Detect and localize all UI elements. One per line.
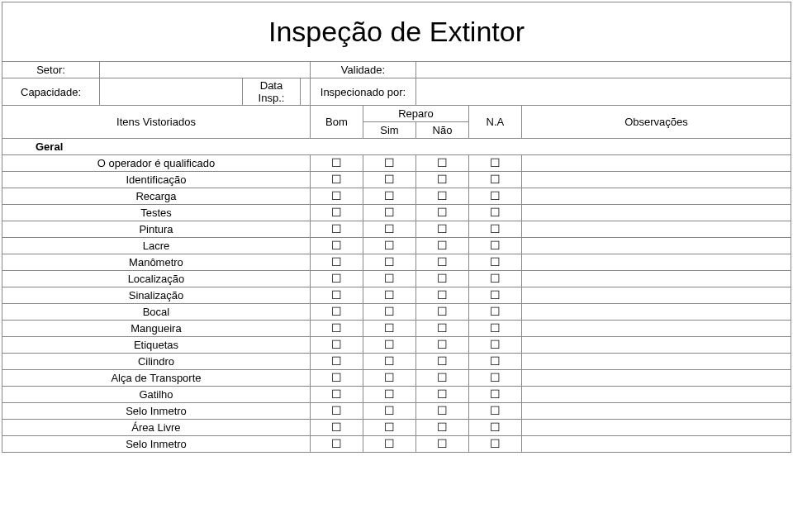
item-obs[interactable]	[521, 221, 791, 238]
checkbox-nao[interactable]: ☐	[415, 254, 468, 271]
checkbox-na[interactable]: ☐	[468, 370, 521, 387]
checkbox-bom[interactable]: ☐	[310, 304, 363, 321]
checkbox-bom[interactable]: ☐	[310, 155, 363, 172]
checkbox-sim[interactable]: ☐	[363, 387, 415, 403]
checkbox-bom[interactable]: ☐	[310, 321, 363, 337]
item-obs[interactable]	[521, 155, 791, 172]
checkbox-sim[interactable]: ☐	[363, 271, 415, 287]
checkbox-bom[interactable]: ☐	[310, 188, 363, 205]
checkbox-bom[interactable]: ☐	[310, 271, 363, 287]
inspecionado-por-value[interactable]	[415, 78, 791, 106]
checkbox-icon: ☐	[384, 420, 395, 434]
checkbox-bom[interactable]: ☐	[310, 221, 363, 238]
checkbox-icon: ☐	[384, 272, 395, 285]
checkbox-na[interactable]: ☐	[468, 387, 521, 403]
checkbox-sim[interactable]: ☐	[363, 304, 415, 321]
checkbox-sim[interactable]: ☐	[363, 420, 415, 436]
checkbox-nao[interactable]: ☐	[415, 304, 468, 321]
checkbox-sim[interactable]: ☐	[363, 205, 415, 221]
checkbox-bom[interactable]: ☐	[310, 337, 363, 354]
checkbox-na[interactable]: ☐	[468, 205, 521, 221]
checkbox-bom[interactable]: ☐	[310, 354, 363, 370]
checkbox-na[interactable]: ☐	[468, 238, 521, 254]
checkbox-sim[interactable]: ☐	[363, 337, 415, 354]
checkbox-na[interactable]: ☐	[468, 254, 521, 271]
checkbox-nao[interactable]: ☐	[415, 221, 468, 238]
column-header-row-1: Itens Vistoriados Bom Reparo N.A Observa…	[2, 106, 791, 122]
checkbox-nao[interactable]: ☐	[415, 354, 468, 370]
checkbox-nao[interactable]: ☐	[415, 337, 468, 354]
item-obs[interactable]	[521, 337, 791, 354]
item-obs[interactable]	[521, 238, 791, 254]
checkbox-na[interactable]: ☐	[468, 337, 521, 354]
item-obs[interactable]	[521, 420, 791, 436]
checkbox-sim[interactable]: ☐	[363, 354, 415, 370]
checkbox-icon: ☐	[490, 272, 501, 285]
validade-value[interactable]	[415, 62, 791, 78]
item-obs[interactable]	[521, 403, 791, 420]
checkbox-nao[interactable]: ☐	[415, 271, 468, 287]
checkbox-nao[interactable]: ☐	[415, 321, 468, 337]
checkbox-nao[interactable]: ☐	[415, 172, 468, 188]
item-obs[interactable]	[521, 287, 791, 304]
item-obs[interactable]	[521, 354, 791, 370]
checkbox-na[interactable]: ☐	[468, 321, 521, 337]
checkbox-na[interactable]: ☐	[468, 403, 521, 420]
checkbox-bom[interactable]: ☐	[310, 287, 363, 304]
checkbox-na[interactable]: ☐	[468, 287, 521, 304]
item-obs[interactable]	[521, 387, 791, 403]
checkbox-sim[interactable]: ☐	[363, 221, 415, 238]
checkbox-sim[interactable]: ☐	[363, 287, 415, 304]
setor-value[interactable]	[100, 62, 311, 78]
checkbox-bom[interactable]: ☐	[310, 254, 363, 271]
checkbox-nao[interactable]: ☐	[415, 387, 468, 403]
checkbox-bom[interactable]: ☐	[310, 238, 363, 254]
checkbox-na[interactable]: ☐	[468, 420, 521, 436]
checkbox-nao[interactable]: ☐	[415, 188, 468, 205]
checkbox-bom[interactable]: ☐	[310, 403, 363, 420]
checkbox-bom[interactable]: ☐	[310, 370, 363, 387]
item-obs[interactable]	[521, 321, 791, 337]
item-obs[interactable]	[521, 304, 791, 321]
checkbox-nao[interactable]: ☐	[415, 370, 468, 387]
checkbox-sim[interactable]: ☐	[363, 172, 415, 188]
capacidade-value[interactable]	[100, 78, 243, 106]
item-obs[interactable]	[521, 370, 791, 387]
checkbox-na[interactable]: ☐	[468, 172, 521, 188]
checkbox-sim[interactable]: ☐	[363, 155, 415, 172]
checkbox-sim[interactable]: ☐	[363, 403, 415, 420]
checkbox-bom[interactable]: ☐	[310, 420, 363, 436]
checkbox-nao[interactable]: ☐	[415, 205, 468, 221]
item-obs[interactable]	[521, 271, 791, 287]
checkbox-nao[interactable]: ☐	[415, 403, 468, 420]
item-obs[interactable]	[521, 205, 791, 221]
item-obs[interactable]	[521, 254, 791, 271]
checkbox-nao[interactable]: ☐	[415, 436, 468, 453]
checkbox-nao[interactable]: ☐	[415, 420, 468, 436]
checkbox-na[interactable]: ☐	[468, 188, 521, 205]
checkbox-bom[interactable]: ☐	[310, 205, 363, 221]
checkbox-sim[interactable]: ☐	[363, 436, 415, 453]
checkbox-na[interactable]: ☐	[468, 354, 521, 370]
item-obs[interactable]	[521, 436, 791, 453]
checkbox-bom[interactable]: ☐	[310, 387, 363, 403]
checkbox-na[interactable]: ☐	[468, 304, 521, 321]
form-title: Inspeção de Extintor	[2, 2, 791, 62]
item-obs[interactable]	[521, 172, 791, 188]
data-insp-value[interactable]	[300, 78, 310, 106]
checkbox-na[interactable]: ☐	[468, 271, 521, 287]
checkbox-sim[interactable]: ☐	[363, 238, 415, 254]
checkbox-nao[interactable]: ☐	[415, 287, 468, 304]
checkbox-sim[interactable]: ☐	[363, 254, 415, 271]
checkbox-na[interactable]: ☐	[468, 155, 521, 172]
checkbox-na[interactable]: ☐	[468, 436, 521, 453]
checkbox-sim[interactable]: ☐	[363, 321, 415, 337]
checkbox-nao[interactable]: ☐	[415, 238, 468, 254]
checkbox-sim[interactable]: ☐	[363, 370, 415, 387]
checkbox-sim[interactable]: ☐	[363, 188, 415, 205]
checkbox-nao[interactable]: ☐	[415, 155, 468, 172]
checkbox-bom[interactable]: ☐	[310, 436, 363, 453]
checkbox-na[interactable]: ☐	[468, 221, 521, 238]
item-obs[interactable]	[521, 188, 791, 205]
checkbox-bom[interactable]: ☐	[310, 172, 363, 188]
